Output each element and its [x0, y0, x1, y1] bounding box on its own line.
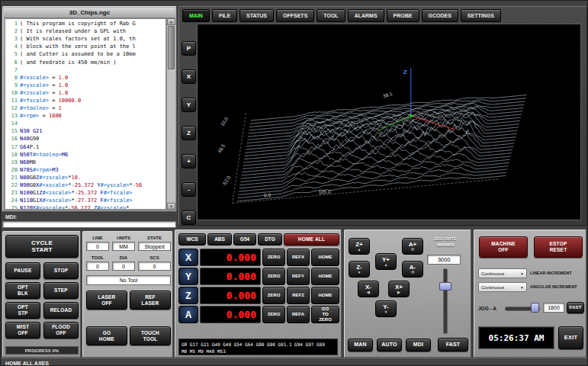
view-control-button[interactable]: + — [182, 154, 196, 169]
line-number: 22 — [7, 182, 20, 188]
view-control-button[interactable]: P — [182, 41, 196, 56]
wcs-button[interactable]: WCS — [178, 233, 206, 246]
jog-z-minus-button[interactable]: Z-▼ — [349, 261, 370, 278]
jog-rate-slider[interactable] — [439, 268, 450, 334]
tab[interactable]: STATUS — [239, 9, 274, 22]
tool-button[interactable]: TOUCH TOOL — [130, 326, 171, 345]
view-control-button[interactable]: X — [182, 69, 196, 84]
tab[interactable]: FILE — [212, 9, 237, 22]
zero-button[interactable]: ZERO — [262, 268, 285, 285]
line-text: N70S#<rpm>M3 — [20, 167, 59, 173]
home-button[interactable]: HOME — [311, 287, 339, 304]
ref-button[interactable]: REFA — [287, 306, 310, 323]
line-number: 3 — [7, 36, 20, 42]
tab[interactable]: MAIN — [182, 9, 210, 22]
dtg-button[interactable]: DTG — [258, 233, 282, 246]
gcode-line: 13 #<rpm> = 1600 — [7, 112, 165, 120]
tool-field-value: 0 — [86, 262, 109, 271]
tab[interactable]: SETTINGS — [461, 9, 501, 22]
estop-reset-button[interactable]: ESTOP RESET — [534, 236, 583, 258]
mdi-input[interactable] — [2, 221, 176, 228]
machine-button[interactable]: RELOAD — [43, 302, 79, 319]
scroll-up-icon[interactable]: ▲ — [167, 18, 175, 25]
abs-button[interactable]: ABS — [207, 233, 232, 246]
jog-a-fast-button[interactable]: FAST — [567, 302, 584, 313]
line-text: #<yscale> = 1.0 — [20, 82, 68, 88]
machine-button[interactable]: MIST OFF — [5, 322, 40, 339]
axis-button[interactable]: X — [178, 249, 198, 266]
status-tool-panel: LINE UNITS STATE 0 MM Stopped TOOL DIA S… — [82, 231, 173, 358]
ref-button[interactable]: REFY — [287, 268, 310, 285]
gcode-line: 1 ( This program is copyright of Rab G — [7, 20, 165, 27]
machine-button[interactable]: PAUSE — [5, 262, 40, 279]
machine-button[interactable]: OPT STP — [5, 302, 40, 319]
jog-x-plus-button[interactable]: X+▶ — [388, 281, 410, 297]
line-text: #<xscale> = 1.0 — [20, 75, 68, 81]
slider-thumb[interactable] — [531, 303, 539, 313]
axis-button[interactable]: Y — [178, 268, 198, 285]
zero-button[interactable]: ZERO — [262, 249, 285, 266]
machine-button[interactable]: OPT BLK — [5, 282, 40, 299]
backplot-view[interactable]: Z 10.0 48.5 -52.0 0.0 105.0 38.1 — [197, 24, 581, 220]
gcode-line: 17 G64P.1 — [7, 143, 165, 151]
tool-description: No Tool — [86, 275, 171, 285]
tab[interactable]: OFFSETS — [276, 9, 314, 22]
mode-button[interactable]: MDI — [406, 339, 431, 352]
cycle-start-button[interactable]: CYCLE START — [5, 235, 79, 258]
jog-a-plus-button[interactable]: A+⟳ — [402, 238, 423, 255]
angular-increment-select[interactable]: Continuous ▼ — [478, 282, 527, 292]
line-number: 11 — [7, 98, 20, 104]
tab[interactable]: PROBE — [387, 9, 419, 22]
slider-thumb[interactable] — [439, 282, 451, 291]
exit-button[interactable]: EXIT — [558, 326, 583, 349]
tab[interactable]: ALARMS — [348, 9, 384, 22]
gcode-line: 23 N100G1Z#<zscale>*-25.372 F#<fscale> — [7, 189, 165, 197]
scrollbar-thumb[interactable] — [168, 26, 175, 69]
home-button[interactable]: GO TO ZERO — [311, 306, 339, 323]
g54-button[interactable]: G54 — [233, 233, 256, 246]
home-button[interactable]: HOME — [311, 268, 339, 285]
line-text: ( and feedrate is 450 mm/min ) — [20, 59, 116, 66]
jog-fast-button[interactable]: FAST — [438, 338, 468, 352]
linear-increment-label: LINEAR INCREMENT — [530, 271, 585, 275]
tab[interactable]: TOOL — [316, 9, 345, 22]
line-number: 18 — [7, 152, 20, 158]
ref-button[interactable]: REFZ — [287, 287, 310, 304]
jog-a-minus-button[interactable]: A-⟲ — [402, 261, 423, 278]
view-control-button[interactable]: C — [182, 210, 196, 225]
axis-button[interactable]: A — [178, 306, 198, 323]
jog-y-minus-button[interactable]: Y-▼ — [375, 300, 397, 317]
cnc-control-window: 3D_Chips.ngc 1 ( This program is copyrig… — [0, 0, 588, 366]
zero-button[interactable]: ZERO — [262, 287, 285, 304]
machine-button[interactable]: STOP — [43, 262, 79, 279]
jog-x-minus-button[interactable]: X-◀ — [358, 281, 379, 297]
ref-button[interactable]: REFX — [287, 249, 310, 266]
tool-button[interactable]: GO HOME — [86, 326, 127, 345]
jog-y-plus-button[interactable]: Y+▲ — [375, 253, 397, 270]
axis-button[interactable]: Z — [178, 287, 198, 304]
view-control-button[interactable]: - — [182, 182, 196, 197]
jog-z-plus-button[interactable]: Z+▲ — [349, 238, 370, 255]
tool-button[interactable]: REF LASER — [130, 291, 171, 310]
gcode-listing[interactable]: 1 ( This program is copyright of Rab G 2… — [5, 18, 166, 210]
home-all-button[interactable]: HOME ALL — [284, 233, 339, 246]
machine-button[interactable]: STEP — [43, 282, 79, 299]
line-number: 17 — [7, 144, 20, 150]
tool-button[interactable]: LASER OFF — [86, 291, 127, 310]
machine-off-button[interactable]: MACHINE OFF — [479, 236, 528, 258]
zero-button[interactable]: ZERO — [262, 306, 285, 323]
linear-increment-select[interactable]: Continuous ▼ — [478, 268, 527, 278]
jog-a-slider[interactable] — [505, 303, 540, 312]
mode-button[interactable]: MAN — [348, 339, 373, 352]
mode-button[interactable]: AUTO — [377, 339, 402, 352]
slider-track[interactable] — [443, 268, 448, 334]
scroll-down-icon[interactable]: ▼ — [167, 203, 175, 210]
machine-button[interactable]: FLOOD OFF — [43, 322, 79, 339]
jog-a-value: 1800 — [543, 303, 564, 313]
tab[interactable]: GCODES — [422, 9, 458, 22]
up-arrow-icon: ▲ — [358, 248, 361, 252]
view-control-button[interactable]: Z — [182, 126, 196, 140]
home-button[interactable]: HOME — [311, 249, 339, 266]
view-control-button[interactable]: Y — [182, 98, 196, 112]
editor-scrollbar[interactable]: ▲ ▼ — [166, 18, 175, 210]
